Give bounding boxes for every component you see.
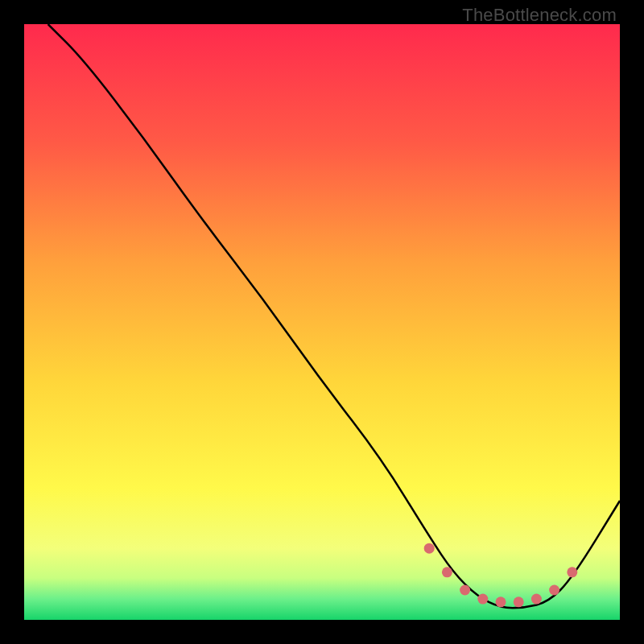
gradient-background: [24, 24, 620, 620]
bottleneck-chart: [24, 24, 620, 620]
optimal-marker: [460, 585, 470, 596]
chart-frame: [24, 24, 620, 620]
optimal-marker: [496, 597, 506, 607]
optimal-marker: [531, 594, 542, 605]
optimal-marker: [549, 585, 559, 596]
optimal-marker: [424, 543, 435, 554]
optimal-marker: [442, 567, 452, 577]
optimal-marker: [514, 597, 524, 607]
optimal-marker: [567, 567, 577, 577]
optimal-marker: [477, 594, 488, 605]
watermark-text: TheBottleneck.com: [462, 5, 617, 26]
